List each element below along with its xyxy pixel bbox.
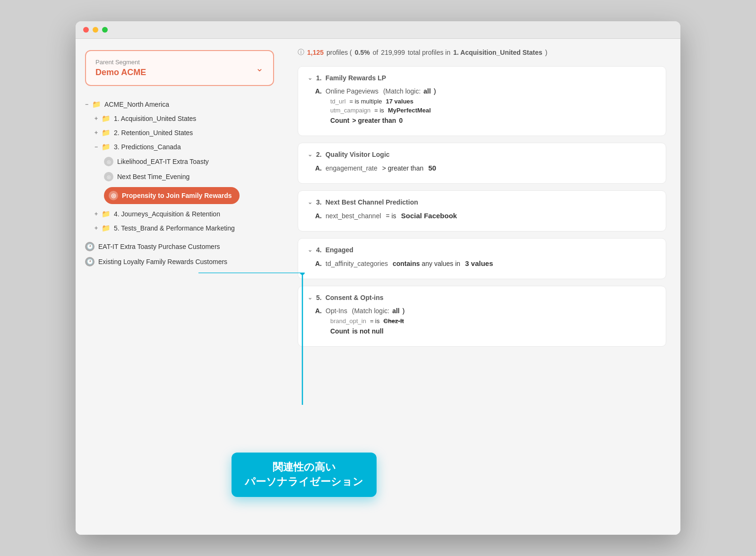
expand-icon: + (94, 115, 98, 122)
condition-card-1: ⌄ 1. Family Rewards LP A. Online Pagevie… (298, 66, 666, 136)
titlebar (76, 21, 680, 39)
count-label: Count (330, 327, 349, 335)
tree-label: ACME_North America (104, 101, 169, 108)
propensity-label: Propensity to Join Family Rewards (122, 192, 232, 199)
tree-item-next-best-time[interactable]: ◎ Next Best Time_Evening (85, 169, 274, 184)
folder-icon: 📁 (102, 210, 110, 218)
tree-item-retention-us[interactable]: + 📁 2. Retention_United States (85, 126, 274, 140)
folder-icon: 📁 (102, 128, 110, 137)
rule-key: td_url (330, 98, 346, 105)
parent-segment-box[interactable]: Parent Segment Demo ACME ⌄ (85, 50, 274, 86)
tree-label: EAT-IT Extra Toasty Purchase Customers (98, 243, 220, 250)
tree-label: 5. Tests_Brand & Performance Marketing (114, 224, 235, 232)
condition-header-1: ⌄ 1. Family Rewards LP (308, 74, 656, 82)
rule-letter: A. (315, 87, 323, 95)
tree-item-tests[interactable]: + 📁 5. Tests_Brand & Performance Marketi… (85, 221, 274, 235)
rule-op: contains any values in (391, 260, 460, 267)
chevron-icon[interactable]: ⌄ (308, 294, 312, 301)
parent-segment-value: Demo ACME (95, 68, 146, 77)
folder-icon: 📁 (102, 114, 110, 123)
tree: − 📁 ACME_North America + 📁 1. Acquisitio… (85, 97, 274, 269)
condition-title: Engaged (326, 246, 353, 254)
rule-val: Social Facebook (399, 212, 457, 220)
count-label: Count (330, 117, 349, 124)
tooltip-overlay: 関連性の高い パーソナライゼーション (232, 453, 377, 497)
expand-icon: + (94, 225, 98, 231)
tree-item-journeys[interactable]: + 📁 4. Journeys_Acquisition & Retention (85, 207, 274, 221)
condition-card-3: ⌄ 3. Next Best Channel Prediction A. nex… (298, 190, 666, 231)
condition-card-4: ⌄ 4. Engaged A. td_affinity_categories c… (298, 238, 666, 279)
clock-icon: 🕐 (85, 257, 94, 266)
chevron-icon[interactable]: ⌄ (308, 247, 312, 253)
tree-item-acquisition-us[interactable]: + 📁 1. Acquisition_United States (85, 111, 274, 126)
rule-main: A. engagement_rate > greater than 50 (315, 164, 656, 172)
profile-paren: ) (545, 49, 548, 56)
tree-label: 4. Journeys_Acquisition & Retention (114, 210, 220, 218)
count-op: > greater than (352, 117, 396, 124)
rule-name: engagement_rate (326, 164, 378, 172)
tree-item-existing-loyalty[interactable]: 🕐 Existing Loyalty Family Rewards Custom… (85, 254, 274, 269)
expand-icon: + (94, 211, 98, 217)
segment-icon-active: ◎ (109, 191, 118, 200)
tree-label: 2. Retention_United States (114, 129, 193, 137)
tree-item-acme-north[interactable]: − 📁 ACME_North America (85, 97, 274, 111)
rule-name: Online Pageviews (326, 87, 378, 95)
tree-item-predictions-ca[interactable]: − 📁 3. Predictions_Canada (85, 140, 274, 154)
condition-header-4: ⌄ 4. Engaged (308, 246, 656, 254)
parent-segment-info: Parent Segment Demo ACME (95, 59, 146, 77)
rule-val: 17 values (386, 98, 414, 105)
tree-item-propensity[interactable]: ◎ Propensity to Join Family Rewards (85, 184, 274, 207)
count-op: is not null (352, 327, 383, 335)
rule-key: brand_opt_in (330, 317, 366, 325)
rule-letter: A. (315, 260, 323, 267)
count-line: Count > greater than 0 (330, 117, 656, 124)
condition-rule-a: A. Online Pageviews (Match logic: all ) … (315, 87, 656, 124)
maximize-dot[interactable] (102, 27, 108, 33)
condition-title: Consent & Opt-ins (326, 294, 384, 301)
count-val: 0 (399, 117, 403, 124)
tree-label: Existing Loyalty Family Rewards Customer… (98, 258, 227, 265)
condition-title: Next Best Channel Prediction (326, 198, 418, 206)
rule-op: = is multiple (350, 98, 382, 105)
rule-op: > greater than (380, 164, 423, 172)
tree-item-likelihood[interactable]: ◎ Likelihood_EAT-IT Extra Toasty (85, 154, 274, 169)
rule-val: MyPerfectMeal (388, 107, 431, 114)
info-icon: ⓘ (298, 48, 304, 57)
condition-header-2: ⌄ 2. Quality Visitor Logic (308, 151, 656, 158)
chevron-icon[interactable]: ⌄ (308, 199, 312, 205)
clock-icon: 🕐 (85, 242, 94, 251)
chevron-down-icon[interactable]: ⌄ (256, 62, 264, 74)
app-window: Parent Segment Demo ACME ⌄ − 📁 ACME_Nort… (76, 21, 680, 535)
tree-label: Likelihood_EAT-IT Extra Toasty (117, 158, 209, 165)
tree-label: 1. Acquisition_United States (114, 115, 196, 122)
segment-icon: ◎ (104, 157, 113, 166)
condition-rule-a: A. engagement_rate > greater than 50 (315, 164, 656, 172)
rule-letter: A. (315, 164, 323, 172)
profile-total: 219,999 (381, 49, 405, 56)
chevron-icon[interactable]: ⌄ (308, 75, 312, 81)
tooltip-line2: パーソナライゼーション (245, 475, 363, 489)
rule-key: utm_campaign (330, 107, 370, 114)
close-dot[interactable] (83, 27, 89, 33)
match-logic: (Match logic: (381, 87, 421, 95)
profile-count: 1,125 (307, 49, 324, 56)
condition-rule-a: A. td_affinity_categories contains any v… (315, 259, 656, 267)
rule-val: 3 values (463, 259, 493, 267)
rule-main: A. Opt-Ins (Match logic: all ) (315, 307, 656, 315)
rule-letter: A. (315, 212, 323, 220)
rule-name: next_best_channel (326, 212, 381, 220)
rule-name: td_affinity_categories (326, 260, 388, 267)
chevron-icon[interactable]: ⌄ (308, 151, 312, 158)
rule-val: 50 (426, 164, 436, 172)
profile-in-text: total profiles in (408, 49, 450, 56)
rule-line-1: brand_opt_in = is Chez-It (330, 317, 656, 325)
minimize-dot[interactable] (93, 27, 98, 33)
expand-icon: − (94, 144, 98, 150)
rule-name: Opt-Ins (326, 307, 347, 315)
segment-icon: ◎ (104, 172, 113, 181)
active-segment-item[interactable]: ◎ Propensity to Join Family Rewards (104, 187, 240, 204)
tree-item-eat-it[interactable]: 🕐 EAT-IT Extra Toasty Purchase Customers (85, 239, 274, 254)
rule-main: A. Online Pageviews (Match logic: all ) (315, 87, 656, 95)
rule-val: Chez-It (384, 317, 404, 325)
rule-line-2: utm_campaign = is MyPerfectMeal (330, 107, 656, 114)
